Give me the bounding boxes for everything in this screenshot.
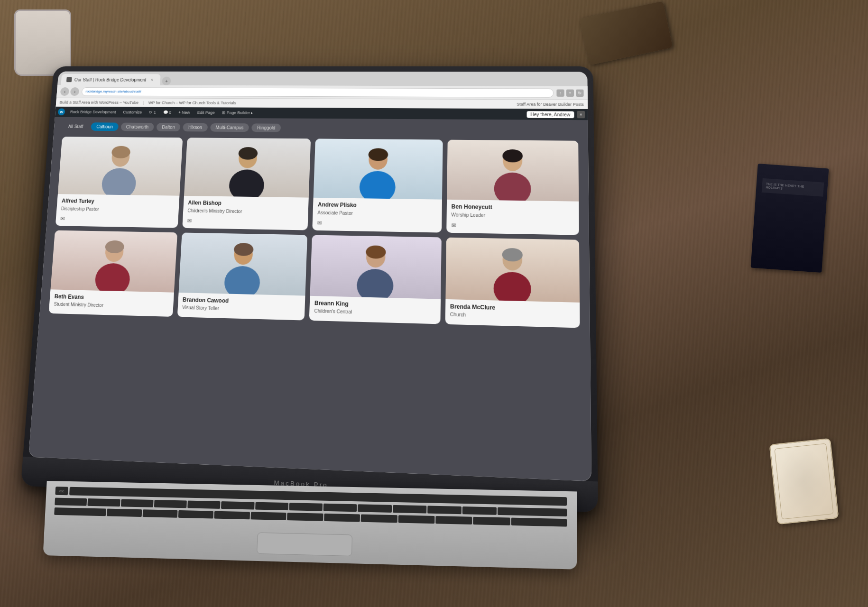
staff-info-4: Beth EvansStudent Ministry Director — [49, 289, 174, 317]
url-text: rockbridge.myreach.site/about/staff/ — [85, 90, 141, 94]
back-button[interactable]: ‹ — [60, 87, 70, 96]
staff-photo-5 — [178, 232, 307, 295]
filter-tabs-row: All Staff Calhoun Chatsworth Dalton — [63, 122, 578, 134]
staff-photo-1 — [184, 138, 311, 197]
staff-name-3: Ben Honeycutt — [451, 203, 574, 212]
staff-title-0: Discipleship Pastor — [61, 205, 174, 213]
card-decoration — [769, 438, 839, 525]
close-admin-bar-button[interactable]: × — [577, 111, 585, 119]
staff-photo-0 — [58, 137, 183, 196]
staff-photo-2 — [314, 138, 443, 199]
wp-edit-page[interactable]: Edit Page — [195, 110, 217, 115]
staff-grid: Alfred TurleyDiscipleship Pastor✉Allen B… — [49, 137, 580, 328]
filter-tabs-group: All Staff Calhoun Chatsworth Dalton — [63, 122, 281, 132]
staff-title-3: Worship Leader — [451, 212, 574, 220]
email-icon-2[interactable]: ✉ — [317, 220, 322, 226]
greeting-text: Hey there, Andrew — [530, 112, 570, 117]
staff-name-2: Andrew Plisko — [318, 202, 437, 211]
browser-window: Our Staff | Rock Bridge Development × + … — [28, 72, 591, 481]
url-bar[interactable]: rockbridge.myreach.site/about/staff/ — [82, 87, 554, 98]
wp-site-name[interactable]: Rock Bridge Development — [68, 110, 118, 114]
browser-address-bar: ‹ › rockbridge.myreach.site/about/staff/… — [56, 85, 588, 100]
nav-buttons: ‹ › — [60, 87, 80, 96]
wp-customize[interactable]: Customize — [121, 110, 144, 114]
browser-action-icons: ↑ + ↻ — [556, 89, 583, 96]
staff-card-alfred-turley[interactable]: Alfred TurleyDiscipleship Pastor✉ — [55, 137, 183, 228]
wp-page-builder[interactable]: ⊞ Page Builder ▸ — [220, 110, 255, 115]
svg-point-3 — [228, 169, 265, 198]
share-icon[interactable]: ↑ — [556, 89, 564, 96]
staff-photo-4 — [51, 230, 177, 292]
suggestion-2[interactable]: WP for Church – WP for Church Tools & Tu… — [148, 101, 237, 105]
macbook-screen: Our Staff | Rock Bridge Development × + … — [28, 72, 591, 481]
filter-ringgold[interactable]: Ringgold — [251, 123, 281, 132]
svg-point-15 — [223, 266, 260, 295]
staff-photo-3 — [447, 140, 579, 202]
wp-logo: W — [58, 109, 65, 116]
browser-tabs-bar: Our Staff | Rock Bridge Development × + — [57, 72, 588, 86]
macbook-shell: Our Staff | Rock Bridge Development × + … — [21, 66, 598, 513]
staff-info-3: Ben HoneycuttWorship Leader✉ — [446, 200, 579, 235]
svg-point-12 — [94, 263, 131, 292]
staff-name-0: Alfred Turley — [61, 198, 174, 206]
trackpad[interactable] — [257, 533, 352, 556]
staff-info-2: Andrew PliskoAssociate Pastor✉ — [312, 198, 442, 232]
svg-point-18 — [356, 268, 394, 299]
staff-info-0: Alfred TurleyDiscipleship Pastor✉ — [55, 194, 179, 228]
mug-decoration — [14, 9, 71, 76]
macbook-keyboard: esc — [43, 481, 577, 570]
filter-multi-campus[interactable]: Multi-Campus — [210, 123, 249, 132]
active-browser-tab[interactable]: Our Staff | Rock Bridge Development × — [61, 74, 160, 85]
right-badge-text: Staff Area for Beaver Builder Posts — [517, 102, 584, 107]
forward-button[interactable]: › — [70, 87, 80, 96]
wp-updates[interactable]: ⟳ 1 — [147, 110, 158, 114]
filter-chatsworth[interactable]: Chatsworth — [120, 123, 154, 131]
svg-point-9 — [494, 172, 531, 201]
staff-card-breann-king[interactable]: Breann KingChildren's Central — [309, 235, 442, 324]
refresh-icon[interactable]: ↻ — [576, 89, 583, 96]
filter-all-staff[interactable]: All Staff — [63, 122, 89, 131]
staff-card-andrew-plisko[interactable]: Andrew PliskoAssociate Pastor✉ — [312, 138, 443, 232]
svg-point-0 — [101, 168, 137, 196]
bookmark-icon[interactable]: + — [566, 89, 574, 96]
filter-hixson[interactable]: Hixson — [183, 123, 208, 131]
staff-name-1: Allen Bishop — [188, 200, 304, 209]
wp-comments[interactable]: 💬 0 — [161, 110, 173, 114]
staff-info-5: Brandon CawoodVisual Story Teller — [177, 293, 305, 321]
staff-title-1: Children's Ministry Director — [187, 207, 304, 215]
staff-card-allen-bishop[interactable]: Allen BishopChildren's Ministry Director… — [182, 138, 311, 230]
tab-favicon — [66, 77, 72, 82]
new-tab-button[interactable]: + — [162, 77, 171, 85]
tab-close-button[interactable]: × — [148, 77, 155, 83]
tab-title-text: Our Staff | Rock Bridge Development — [74, 77, 146, 82]
book-decoration: THE IS THE HEART THE HOLIDAYS — [751, 164, 829, 273]
staff-photo-7 — [445, 237, 580, 302]
suggestion-separator: | — [143, 100, 144, 104]
suggestion-1[interactable]: Build a Staff Area with WordPress – YouT… — [59, 100, 139, 105]
staff-info-6: Breann KingChildren's Central — [309, 295, 441, 324]
browser-content: All Staff Calhoun Chatsworth Dalton — [28, 117, 591, 481]
svg-point-6 — [359, 171, 396, 199]
staff-page: All Staff Calhoun Chatsworth Dalton — [28, 117, 591, 481]
filter-dalton[interactable]: Dalton — [157, 123, 181, 131]
search-bar-right: Staff Area for Beaver Builder Posts — [517, 102, 584, 107]
email-icon-0[interactable]: ✉ — [60, 215, 65, 221]
svg-point-21 — [493, 271, 531, 302]
email-icon-3[interactable]: ✉ — [451, 222, 456, 229]
email-icon-1[interactable]: ✉ — [187, 218, 192, 224]
staff-title-2: Associate Pastor — [317, 210, 437, 218]
filter-calhoun[interactable]: Calhoun — [91, 122, 119, 131]
staff-card-brenda-mcclure[interactable]: Brenda McClureChurch — [445, 237, 580, 328]
staff-info-1: Allen BishopChildren's Ministry Director… — [182, 196, 309, 230]
staff-card-brandon-cawood[interactable]: Brandon CawoodVisual Story Teller — [177, 232, 307, 321]
staff-photo-6 — [310, 235, 441, 299]
staff-card-beth-evans[interactable]: Beth EvansStudent Ministry Director — [49, 230, 177, 317]
staff-card-ben-honeycutt[interactable]: Ben HoneycuttWorship Leader✉ — [446, 140, 579, 235]
wp-new[interactable]: + New — [176, 110, 192, 115]
greeting-badge: Hey there, Andrew — [526, 111, 574, 118]
staff-info-7: Brenda McClureChurch — [445, 299, 580, 328]
